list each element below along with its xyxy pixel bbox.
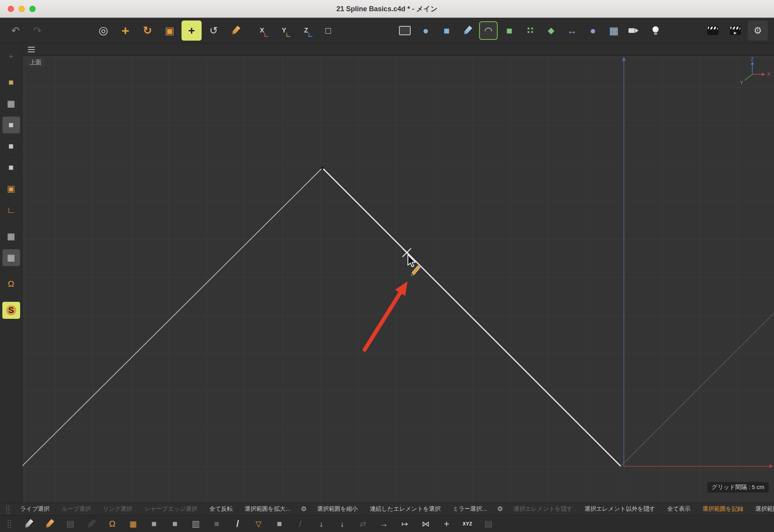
mirror-tool[interactable]: ⋈ [418,516,433,532]
snap-settings-button[interactable]: S [2,302,20,319]
z-axis-line [622,56,626,466]
axis-modification-tool-button[interactable]: ↺ [204,21,224,41]
selection-command-bar: ライブ選択ループ選択リング選択シャープエッジ選択全て反転選択範囲を拡大...⚙選… [0,503,774,515]
symmetry-button[interactable]: ↔ [563,21,581,40]
coordinate-system-toggle-button[interactable]: □ [318,21,338,41]
projection-tool[interactable]: ▤ [481,516,496,532]
grid-spacing-label: グリッド間隔 : 5 cm [707,482,769,493]
spline-object[interactable] [22,167,774,470]
edge-extrude-tool[interactable]: ↓ [313,516,329,532]
redo-button[interactable]: ↷ [27,21,48,41]
workplane-grid-button[interactable]: ▦ [604,21,623,40]
light-button[interactable] [646,21,665,40]
object-axis-mode-button[interactable]: ▣ [2,180,20,197]
ring-selection-button[interactable]: リング選択 [97,503,139,515]
matrix-extrude-tool[interactable]: ↓ [334,516,350,532]
hide-selected-button[interactable]: 選択エレメントを隠す [508,503,579,515]
point-mode-button[interactable]: ■ [2,116,20,133]
loft-tool[interactable]: ▥ [188,516,204,532]
knife-tool[interactable]: / [230,516,245,532]
modeling-tool-palette: ▤Ω▦■■▥■/▽■/↓↓⇄→↦⋈+XYZ▤ [0,515,774,532]
add-point-tool[interactable]: + [439,516,454,532]
magnet-snap-tool[interactable]: Ω [104,516,120,532]
view-pan-icon[interactable] [719,45,728,54]
spline-arc-tool[interactable] [84,516,99,532]
extrude-tool[interactable]: ■ [146,516,162,532]
close-button[interactable] [8,6,14,12]
quantize-grid-tool[interactable]: ▦ [125,516,141,532]
sketch-spline-tool[interactable] [42,516,57,532]
spline-pen-tool[interactable] [21,516,36,532]
lock-workplane-button[interactable]: ▦ [2,249,20,266]
palette-grip-2[interactable] [7,520,12,528]
bridge-tool[interactable]: ↦ [397,516,413,532]
cloner-button[interactable]: ◆ [542,21,560,40]
zoom-button[interactable] [29,6,36,12]
axis-x-label: X [767,71,771,77]
rotate-tool-button[interactable]: ↻ [137,21,158,41]
show-all-button[interactable]: 全て表示 [661,503,697,515]
spline-pen-button[interactable] [458,21,477,40]
viewport-scene [22,56,774,503]
hide-unselected-button[interactable]: 選択エレメント以外を隠す [579,503,661,515]
move-tool-button[interactable]: + [115,21,135,41]
viewport-menu-icon[interactable] [28,49,35,50]
loop-selection-button[interactable]: ループ選択 [56,503,97,515]
stitch-sew-tool[interactable]: → [376,516,392,532]
model-mode-button[interactable]: ■ [2,74,20,91]
gizmo-tool-button[interactable]: + [2,48,20,65]
render-view-button[interactable] [396,21,414,40]
sweep-tool[interactable]: ■ [209,516,224,532]
select-connected-button[interactable]: 連続したエレメントを選択 [364,503,447,515]
shrink-selection-button[interactable]: 選択範囲を縮小 [311,503,364,515]
convert-selection-button[interactable]: 選択範囲を変換 [750,503,774,515]
mirror-selection-gear[interactable]: ⚙ [493,503,508,515]
tweak-move-tool-button[interactable]: + [182,21,202,41]
lathe-tool[interactable]: ■ [167,516,183,532]
grow-selection-gear[interactable]: ⚙ [296,503,311,515]
view-zoom-icon[interactable] [733,45,742,54]
scale-tool-button[interactable]: ▣ [159,21,180,41]
spline-smooth-tool[interactable]: ▤ [63,516,78,532]
invert-all-button[interactable]: 全て反転 [204,503,239,515]
sphere-primitive-button[interactable]: ● [416,21,435,40]
x-axis-lock-button[interactable]: X [252,21,272,41]
record-selection-button[interactable]: 選択範囲を記録 [697,503,749,515]
live-selection-button[interactable]: ライブ選択 [14,503,56,515]
texture-mode-button[interactable]: ▦ [2,95,20,112]
subdivision-surface-button[interactable]: ■ [500,21,519,40]
snap-magnet-button[interactable]: Ω [2,275,20,293]
viewport-menubar [22,43,774,56]
sharp-edge-selection-button[interactable]: シャープエッジ選択 [139,503,204,515]
render-play-button[interactable] [725,21,745,41]
cube-primitive-button[interactable]: ■ [437,21,456,40]
polygon-mode-button[interactable]: ■ [2,159,20,176]
array-button[interactable]: ∷ [521,21,539,40]
volume-builder-button[interactable]: ● [584,21,602,40]
y-axis-lock-button[interactable]: Y [274,21,294,41]
view-rotate-icon[interactable] [747,45,756,54]
undo-button[interactable]: ↶ [5,21,26,41]
render-clapperboard-button[interactable] [703,21,723,41]
workplane-mode-button[interactable]: ▦ [2,228,20,245]
viewport-canvas[interactable]: 上面 Z X Y グリッド間隔 : 5 cm [22,56,774,503]
view-maximize-icon[interactable] [761,45,770,54]
spline-vertex[interactable] [321,167,324,169]
minimize-button[interactable] [19,6,25,12]
z-axis-lock-button[interactable]: Z [296,21,316,41]
spline-arc-tool-button[interactable]: ◠ [479,21,498,40]
sketch-tool-button[interactable] [226,21,246,41]
slide-tool[interactable]: ⇄ [355,516,371,532]
bevel-tool[interactable]: ■ [272,516,287,532]
enable-axis-button[interactable]: ∟ [2,202,20,219]
live-selection-tool-button[interactable]: ◎ [93,21,113,41]
polygon-pen-tool[interactable]: ▽ [251,516,266,532]
camera-button[interactable] [625,21,644,40]
edge-mode-button[interactable]: ■ [2,138,20,155]
grow-selection-button[interactable]: 選択範囲を拡大... [239,503,296,515]
mirror-selection-button[interactable]: ミラー選択... [447,503,493,515]
palette-grip[interactable] [5,505,10,513]
render-settings-button[interactable]: ⚙ [748,21,768,41]
xyz-snap-button[interactable]: XYZ [460,516,475,532]
line-cut-tool[interactable]: / [293,516,308,532]
